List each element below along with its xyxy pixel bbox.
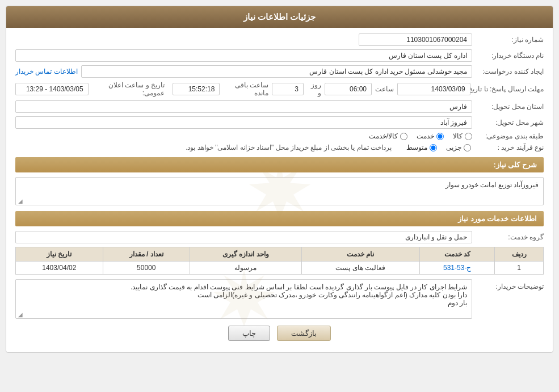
radio-kala-text: کالا [453, 132, 463, 140]
col-tedad: تعداد / مقدار [103, 247, 190, 262]
mohlat-date: 1403/03/09 [397, 83, 470, 95]
time-label: ساعت [375, 85, 394, 93]
service-table: ردیف کد خدمت نام خدمت واحد اندازه گیری ت… [15, 247, 544, 275]
notes-watermark-icon [210, 265, 278, 333]
back-button[interactable]: بازگشت [277, 326, 331, 341]
sharh-box: فیروزآباد توزیع امانت خودرو سوار ◢ [15, 177, 544, 205]
tosih-box: شرایط اجرای کار در فایل پیوست بار گذاری … [15, 279, 472, 319]
radio-motovaset[interactable] [430, 144, 437, 151]
shomara-value: 1103001067000204 [359, 33, 472, 46]
radio-khadamat-text: خدمت [417, 132, 434, 140]
watermark-icon [246, 157, 314, 225]
radio-kala-khadamat-text: کالا/خدمت [369, 132, 398, 140]
col-kod: کد خدمت [420, 247, 495, 262]
mohlat-remaining: 15:52:18 [173, 83, 220, 95]
tabaqe-radio-group: کالا خدمت کالا/خدمت [15, 132, 472, 140]
ostan-value: فارس [15, 100, 472, 113]
radio-kala-khadamat[interactable] [400, 133, 407, 140]
page-title: جزئیات اطلاعات نیاز [6, 6, 553, 28]
cell-radif: 1 [495, 262, 544, 275]
radio-motovaset-label[interactable]: متوسط [406, 144, 437, 151]
group-label: گروه خدمت: [476, 233, 544, 241]
sharh-value: فیروزآباد توزیع امانت خودرو سوار [445, 181, 539, 189]
radio-jozi-label[interactable]: جزیی [446, 144, 471, 151]
ijad-label: ایجاد کننده درخواست: [476, 68, 544, 75]
nam-dastgah-label: نام دستگاه خریدار: [476, 52, 544, 60]
shahr-value: فیروز آباد [15, 116, 472, 129]
sharh-resize-handle[interactable]: ◢ [17, 198, 23, 204]
shahr-label: شهر محل تحویل: [476, 119, 544, 127]
radio-khadamat-label[interactable]: خدمت [417, 132, 444, 140]
tosih-resize-handle[interactable]: ◢ [17, 311, 23, 317]
radio-jozi-text: جزیی [446, 144, 461, 151]
button-row: بازگشت چاپ [15, 326, 544, 347]
radio-kala-label[interactable]: کالا [453, 132, 472, 140]
cell-kod[interactable]: ح-53-531 [420, 262, 495, 275]
announce-label: تاریخ و ساعت اعلان عمومی: [92, 81, 165, 97]
ijad-value: مجید خوشدلی مسئول خرید اداره کل پست استا… [81, 65, 472, 78]
remaining-label: ساعت باقی مانده [223, 81, 268, 97]
ostan-label: استان محل تحویل: [476, 103, 544, 111]
tosih-value: شرایط اجرای کار در فایل پیوست بار گذاری … [131, 283, 467, 307]
radio-motovaset-text: متوسط [406, 144, 427, 151]
radio-jozi[interactable] [464, 144, 471, 151]
cell-tedad: 50000 [103, 262, 190, 275]
farayand-text: پرداخت تمام یا بخشی از مبلغ خریداز محل "… [186, 144, 392, 151]
radio-kala[interactable] [465, 133, 472, 140]
radio-khadamat[interactable] [436, 133, 444, 140]
cell-date: 1403/04/02 [16, 262, 103, 275]
tosih-label: توضیحات خریدار: [476, 279, 544, 290]
contact-link[interactable]: اطلاعات تماس خریدار [15, 68, 78, 75]
days-label: روز و [307, 81, 321, 97]
group-value: حمل و نقل و انبارداری [15, 231, 472, 243]
col-date: تاریخ نیاز [16, 247, 103, 262]
shomara-label: شماره نیاز: [476, 36, 544, 44]
announce-value: 1403/03/05 - 13:29 [15, 83, 89, 95]
radio-kala-khadamat-label[interactable]: کالا/خدمت [369, 132, 407, 140]
col-radif: ردیف [495, 247, 544, 262]
col-unit: واحد اندازه گیری [190, 247, 302, 262]
col-name: نام خدمت [301, 247, 420, 262]
noe-farayand-label: نوع فرآیند خرید : [476, 144, 544, 151]
tabaqe-label: طبقه بندی موضوعی: [476, 132, 544, 140]
mohlat-label: مهلت ارسال پاسخ: تا تاریخ: [474, 85, 544, 93]
nam-dastgah-value: اداره کل پست استان فارس [15, 49, 472, 62]
mohlat-time: 06:00 [325, 83, 372, 95]
mohlat-days: 3 [272, 83, 304, 95]
table-row: 1 ح-53-531 فعالیت های پست مرسوله 50000 1… [16, 262, 544, 275]
cell-name: فعالیت های پست [301, 262, 420, 275]
